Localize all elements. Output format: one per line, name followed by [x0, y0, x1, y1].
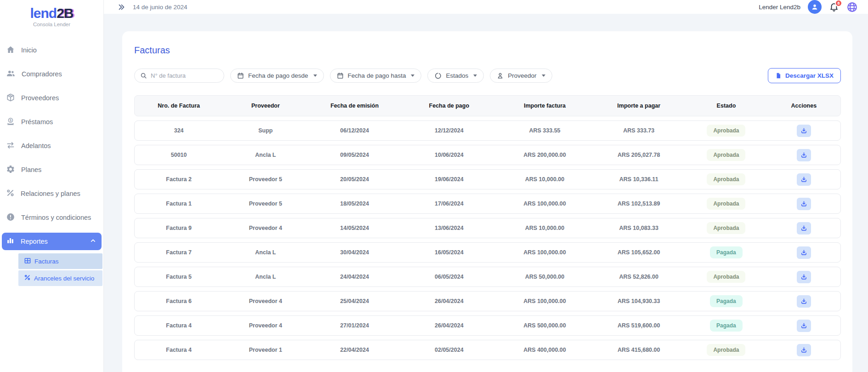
sidebar-item-proveedores[interactable]: Proveedores [0, 86, 103, 110]
status-badge: Aprobada [707, 125, 745, 137]
sidebar-item-label: Inicio [21, 46, 37, 54]
search-input[interactable] [151, 72, 215, 79]
cell-actions [767, 173, 840, 186]
row-download-button[interactable] [797, 344, 811, 356]
reportes-submenu: Facturas Aranceles del servicio [0, 253, 103, 286]
filter-states[interactable]: Estados [427, 69, 484, 83]
sidebar-item-prestamos[interactable]: $ Préstamos [0, 110, 103, 134]
cell-provider: Supp [223, 127, 308, 134]
cell-actions [767, 295, 840, 308]
column-header: Estado [685, 103, 767, 109]
cell-status: Aprobada [685, 344, 767, 356]
row-download-button[interactable] [797, 271, 811, 283]
filter-date-from[interactable]: Fecha de pago desde [230, 69, 324, 83]
row-download-button[interactable] [797, 246, 811, 259]
cell-invoice-amount: ARS 400,000.00 [497, 347, 592, 353]
column-header: Fecha de emisión [308, 103, 401, 109]
download-icon [800, 249, 807, 256]
sidebar-item-terminos[interactable]: Términos y condiciones [0, 206, 103, 229]
download-icon [800, 127, 807, 134]
cell-invoice-number: Factura 9 [135, 225, 223, 231]
cell-actions [767, 125, 840, 137]
cell-invoice-amount: ARS 200,000.00 [497, 152, 592, 158]
cell-status: Aprobada [685, 271, 767, 283]
sidebar-nav: Inicio Compradores Proveedores $ Préstam… [0, 38, 103, 286]
sidebar-item-relaciones[interactable]: Relaciones y planes [0, 182, 103, 206]
filter-date-to[interactable]: Fecha de pago hasta [330, 69, 422, 83]
coin-icon: $ [6, 117, 15, 127]
cell-invoice-amount: ARS 50,000.00 [497, 274, 592, 280]
cell-actions [767, 222, 840, 235]
content-background: Facturas Fecha de pago desde Fecha de [104, 14, 868, 372]
cell-invoice-amount: ARS 100,000.00 [497, 249, 592, 256]
table-row: Factura 1 Proveedor 5 18/05/2024 17/06/2… [134, 194, 841, 214]
filter-label: Estados [446, 72, 468, 79]
cell-invoice-number: Factura 6 [135, 298, 223, 304]
sidebar-item-planes[interactable]: Planes [0, 158, 103, 182]
cell-actions [767, 271, 840, 283]
cell-issue-date: 24/04/2024 [308, 274, 401, 280]
cell-payment-date: 17/06/2024 [401, 200, 497, 207]
submenu-item-aranceles[interactable]: Aranceles del servicio [18, 270, 102, 286]
cell-payment-date: 12/12/2024 [401, 127, 497, 134]
language-globe-button[interactable] [846, 1, 858, 13]
row-download-button[interactable] [797, 149, 811, 161]
sidebar-item-label: Reportes [21, 238, 48, 245]
sidebar-item-reportes[interactable]: Reportes [2, 233, 102, 250]
sidebar-item-adelantos[interactable]: Adelantos [0, 134, 103, 158]
column-header: Importe factura [497, 103, 592, 109]
percent-icon [6, 189, 15, 199]
cell-payment-date: 16/05/2024 [401, 249, 497, 256]
cell-invoice-number: Factura 4 [135, 347, 223, 353]
row-download-button[interactable] [797, 198, 811, 210]
user-avatar[interactable] [808, 0, 822, 14]
filter-provider[interactable]: Proveedor [490, 69, 552, 83]
row-download-button[interactable] [797, 173, 811, 186]
sidebar-item-inicio[interactable]: Inicio [0, 38, 103, 62]
cell-payable-amount: ARS 105,652.00 [592, 249, 685, 256]
cell-issue-date: 06/12/2024 [308, 127, 401, 134]
cell-provider: Ancla L [223, 249, 308, 256]
column-header: Fecha de pago [401, 103, 497, 109]
globe-icon [846, 1, 858, 13]
cell-actions [767, 320, 840, 332]
download-xlsx-button[interactable]: Descargar XLSX [768, 68, 841, 83]
submenu-item-label: Aranceles del servicio [34, 275, 94, 282]
cell-invoice-amount: ARS 10,000.00 [497, 225, 592, 231]
row-download-button[interactable] [797, 295, 811, 308]
calendar-icon [237, 72, 244, 79]
column-header: Acciones [767, 103, 840, 109]
download-icon [800, 200, 807, 207]
logo-text-lend: lend [30, 6, 57, 21]
status-badge: Aprobada [707, 344, 745, 356]
cell-issue-date: 14/05/2024 [308, 225, 401, 231]
cell-issue-date: 18/05/2024 [308, 200, 401, 207]
row-download-button[interactable] [797, 125, 811, 137]
file-icon [775, 72, 782, 79]
table-row: Factura 4 Proveedor 4 27/01/2024 26/04/2… [134, 315, 841, 336]
row-download-button[interactable] [797, 222, 811, 235]
search-icon [140, 72, 147, 79]
row-download-button[interactable] [797, 320, 811, 332]
cell-payment-date: 26/04/2024 [401, 298, 497, 304]
chevron-up-icon [90, 238, 96, 245]
svg-text:$: $ [10, 119, 11, 122]
notifications-button[interactable]: 8 [829, 2, 839, 12]
table-row: Factura 7 Ancla L 30/04/2024 16/05/2024 … [134, 242, 841, 263]
filter-label: Proveedor [508, 72, 536, 79]
invoices-table: Nro. de Factura Proveedor Fecha de emisi… [134, 95, 841, 360]
sidebar-item-label: Planes [21, 166, 41, 173]
cell-invoice-number: Factura 2 [135, 176, 223, 183]
column-header: Proveedor [223, 103, 308, 109]
cell-provider: Ancla L [223, 152, 308, 158]
sidebar-collapse-button[interactable] [118, 3, 125, 11]
submenu-item-facturas[interactable]: Facturas [18, 253, 102, 269]
column-header: Nro. de Factura [135, 103, 223, 109]
sidebar-item-label: Relaciones y planes [21, 190, 80, 197]
download-icon [800, 322, 807, 329]
cell-payable-amount: ARS 10,083.33 [592, 225, 685, 231]
sidebar-item-label: Préstamos [21, 118, 53, 126]
invoice-search[interactable] [134, 69, 224, 83]
sidebar-item-compradores[interactable]: Compradores [0, 62, 103, 86]
cell-provider: Ancla L [223, 274, 308, 280]
